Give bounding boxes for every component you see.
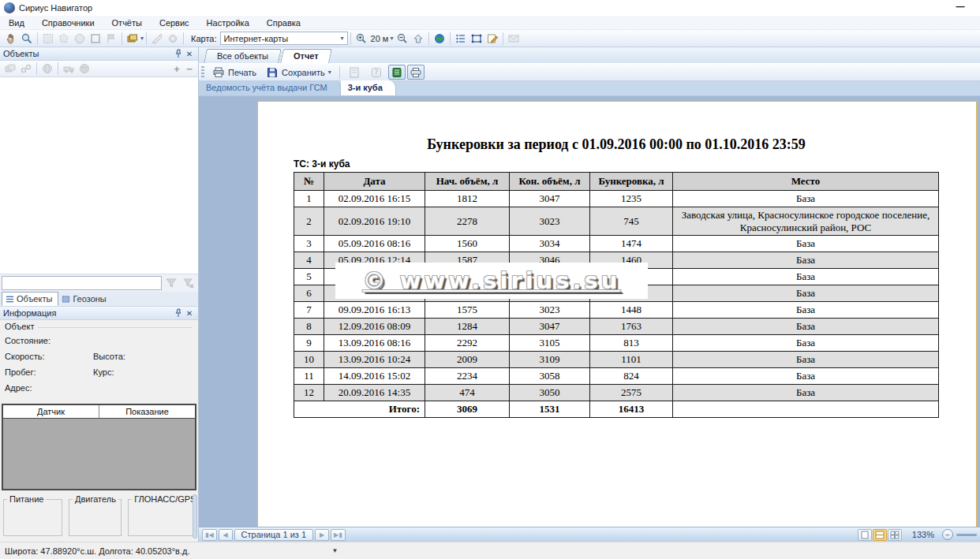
toolbar-separator (503, 32, 503, 45)
zoom-select-icon[interactable] (19, 32, 35, 46)
select-polygon-icon[interactable] (56, 32, 72, 46)
zoom-in-icon[interactable] (353, 32, 369, 46)
single-page-view-button[interactable] (858, 529, 872, 541)
app-window: Сириус Навигатор — Вид Справочники Отчёт… (0, 0, 980, 559)
home-view-icon[interactable] (410, 32, 426, 46)
table-cell-date: 20.09.2016 14:35 (324, 385, 425, 401)
fit-width-view-button[interactable] (873, 529, 887, 541)
table-cell-end: 3109 (510, 352, 590, 368)
layers-icon[interactable] (125, 32, 140, 46)
pin-icon[interactable] (173, 48, 184, 59)
tab-objects[interactable]: Объекты (2, 292, 58, 306)
window-title: Сириус Навигатор (19, 3, 92, 13)
tab-report[interactable]: Отчет (280, 49, 332, 63)
tab-geozones[interactable]: Геозоны (58, 292, 111, 306)
globe-icon[interactable] (432, 32, 447, 46)
page-setup-button[interactable] (344, 65, 365, 80)
page-indicator: Страница 1 из 1 (234, 529, 313, 541)
table-cell-start: 1575 (425, 302, 510, 319)
table-row: 709.09.2016 16:13157530231448База (294, 302, 939, 319)
menu-help[interactable]: Справка (258, 17, 309, 29)
clear-filter-icon[interactable] (181, 276, 196, 290)
select-rect-icon[interactable] (40, 32, 56, 46)
zoom-out-icon[interactable] (395, 32, 410, 46)
zoom-level-select[interactable]: 20 м ▾ (371, 34, 394, 43)
table-cell-n: 8 (294, 319, 324, 335)
pan-hand-icon[interactable] (3, 32, 19, 46)
save-dropdown-caret[interactable]: ▾ (328, 69, 331, 76)
prev-page-button[interactable]: ◀ (219, 529, 233, 541)
objects-list[interactable] (0, 77, 198, 274)
help-button[interactable]: ? (366, 65, 387, 80)
filter-icon[interactable] (163, 276, 179, 290)
table-cell-place: База (673, 319, 939, 335)
table-cell-place: База (673, 269, 939, 285)
save-button[interactable]: Сохранить ▾ (262, 65, 335, 80)
menu-directories[interactable]: Справочники (33, 17, 103, 29)
add-group-icon[interactable] (2, 61, 18, 76)
tab-3i-kuba[interactable]: 3-и куба (341, 80, 396, 95)
close-icon[interactable]: ✕ (184, 48, 195, 59)
next-page-button[interactable]: ▶ (315, 529, 329, 541)
table-cell-place: База (673, 352, 939, 368)
report-view-toggle-button[interactable] (388, 65, 406, 80)
flag-icon[interactable] (103, 32, 119, 46)
ruler-icon[interactable] (149, 32, 165, 46)
zoom-out-button[interactable]: − (942, 529, 953, 540)
table-cell-n: 7 (294, 302, 324, 319)
minimize-button[interactable]: — (952, 2, 969, 13)
pin-icon[interactable] (173, 307, 184, 319)
table-header-row: № Дата Нач. объём, л Кон. объём, л Бунке… (294, 173, 939, 191)
col-header-num: № (294, 173, 324, 191)
table-cell-place: База (673, 385, 939, 401)
total-place-empty (673, 401, 939, 418)
search-input[interactable] (2, 276, 162, 290)
table-cell-n: 9 (294, 335, 324, 352)
zoom-slider[interactable] (956, 534, 977, 536)
last-page-button[interactable]: ▶▮ (331, 529, 346, 541)
pager-bar: ▮◀ ◀ Страница 1 из 1 ▶ ▶▮ 133% − (199, 527, 980, 542)
menu-service[interactable]: Сервис (151, 17, 198, 29)
status-dropdown-caret[interactable]: ▼ (331, 547, 338, 554)
table-cell-place: Заводская улица, Красносулинское городск… (673, 207, 939, 236)
link-icon[interactable] (18, 61, 34, 76)
map-source-select[interactable]: Интернет-карты ▾ (220, 32, 348, 45)
collapse-all-button[interactable]: − (183, 62, 196, 75)
multi-page-icon (890, 531, 900, 539)
select-circle-icon[interactable] (72, 32, 88, 46)
info-course-label: Курс: (93, 364, 114, 380)
marker-globe-icon[interactable] (77, 61, 92, 76)
table-cell-fuel: 1448 (590, 302, 673, 319)
gear-icon[interactable] (165, 32, 181, 46)
select-area-icon[interactable] (88, 32, 103, 46)
table-cell-fuel: 813 (590, 335, 673, 352)
table-cell-start: 2278 (425, 207, 510, 236)
print-button[interactable]: Печать (208, 65, 260, 80)
vehicle-icon[interactable] (61, 61, 77, 76)
layers-dropdown-caret[interactable]: ▾ (140, 35, 144, 42)
table-cell-n: 6 (294, 285, 324, 302)
globe-small-icon[interactable] (39, 61, 55, 76)
scrollbar[interactable] (193, 494, 197, 539)
table-cell-n: 3 (294, 236, 324, 252)
edit-note-icon[interactable] (484, 32, 500, 46)
legend-list-icon[interactable] (453, 32, 469, 46)
tab-fuel-ledger[interactable]: Ведомость учёта выдачи ГСМ (199, 80, 341, 95)
mail-icon[interactable] (506, 32, 522, 46)
toolbar-grip[interactable] (201, 66, 204, 79)
objects-panel-header: Объекты ✕ (0, 47, 198, 61)
table-cell-place: База (673, 335, 939, 352)
close-icon[interactable]: ✕ (184, 307, 195, 319)
menu-reports[interactable]: Отчёты (103, 17, 151, 29)
menu-view[interactable]: Вид (0, 17, 33, 29)
menu-settings[interactable]: Настройка (198, 17, 258, 29)
first-page-button[interactable]: ▮◀ (202, 529, 217, 541)
tab-all-objects[interactable]: Все объекты (204, 49, 282, 63)
selection-frame-icon[interactable] (469, 32, 484, 46)
print-preview-button[interactable] (407, 65, 425, 80)
multi-page-view-button[interactable] (888, 529, 902, 541)
table-row: 202.09.2016 19:1022783023745Заводская ул… (294, 207, 939, 236)
table-row: 1220.09.2016 14:3547430502575База (294, 385, 939, 401)
expand-all-button[interactable]: + (170, 62, 183, 75)
table-cell-date: 13.09.2016 10:24 (324, 352, 425, 368)
